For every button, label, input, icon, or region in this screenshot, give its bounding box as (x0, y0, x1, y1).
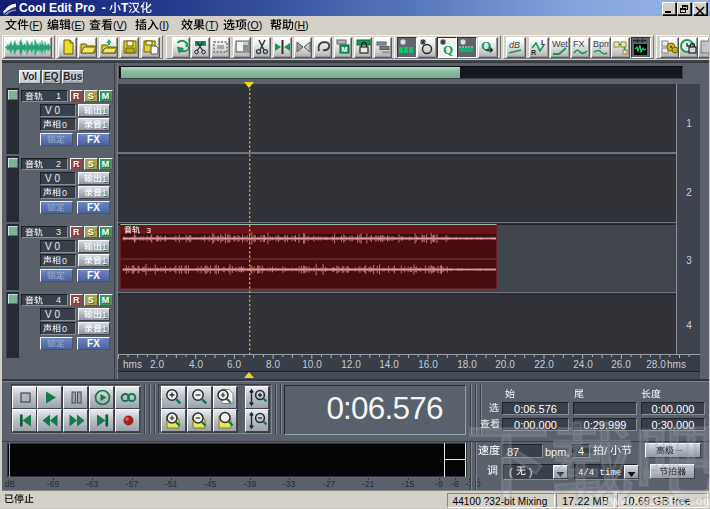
svg-text:Q: Q (443, 42, 453, 57)
svg-text:Bpm: Bpm (593, 39, 609, 49)
svg-text:M: M (341, 46, 347, 53)
svg-text:L: L (541, 39, 546, 46)
svg-text:dB: dB (509, 40, 520, 50)
svg-text:R: R (531, 49, 536, 56)
svg-text:Wet: Wet (552, 39, 568, 49)
svg-text:FX: FX (573, 39, 585, 49)
